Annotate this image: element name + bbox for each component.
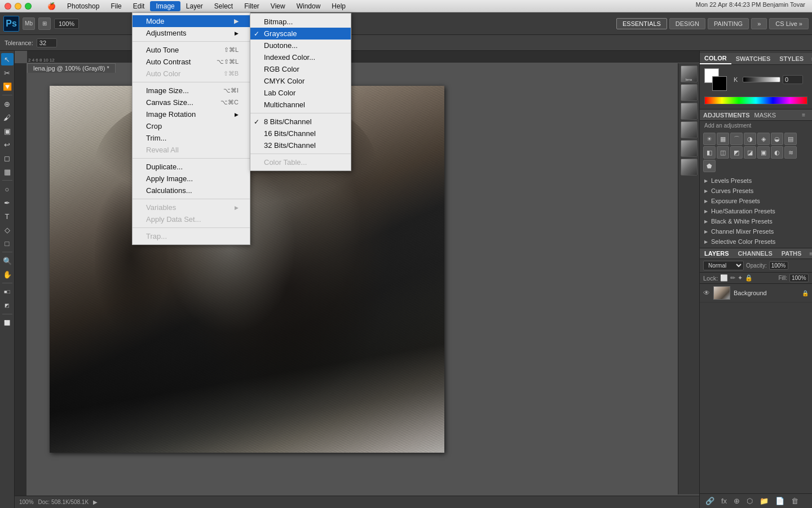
lock-paint-icon[interactable]: ✏ <box>730 274 735 282</box>
tool-path[interactable]: ◇ <box>1 224 14 236</box>
tool-dodge[interactable]: ○ <box>1 183 14 195</box>
tool-history[interactable]: ↩ <box>1 138 14 151</box>
minimize-button[interactable] <box>15 3 21 10</box>
layers-adj-btn[interactable]: ⬡ <box>744 496 755 506</box>
tab-swatches[interactable]: SWATCHES <box>731 54 775 64</box>
preset-hue-sat[interactable]: ▶ Hue/Saturation Presets <box>700 206 812 216</box>
adj-exposure[interactable]: ◑ <box>744 133 756 145</box>
mode-multichannel[interactable]: Multichannel <box>250 99 351 111</box>
ws-cs-live[interactable]: CS Live » <box>769 18 809 29</box>
mode-32bit[interactable]: 32 Bits/Channel <box>250 139 351 151</box>
layers-link-btn[interactable]: 🔗 <box>703 496 717 506</box>
maximize-button[interactable] <box>25 3 32 10</box>
layer-background[interactable]: 👁 Background 🔒 <box>700 284 812 303</box>
layer-visibility-eye[interactable]: 👁 <box>703 289 710 297</box>
adj-posterize[interactable]: ▣ <box>757 146 770 159</box>
k-value-input[interactable] <box>783 75 803 84</box>
menu-view[interactable]: View <box>265 1 291 11</box>
menu-image[interactable]: Image <box>150 1 180 11</box>
lock-pixel-icon[interactable]: ⬜ <box>720 274 728 282</box>
lock-all-icon[interactable]: 🔒 <box>745 274 753 282</box>
adj-invert[interactable]: ◪ <box>744 146 756 159</box>
ws-design[interactable]: DESIGN <box>669 18 705 29</box>
menu-item-auto-contrast[interactable]: Auto Contrast ⌥⇧⌘L <box>133 56 250 68</box>
tool-eyedrop[interactable]: 🔽 <box>1 80 14 93</box>
fill-input[interactable] <box>789 274 809 282</box>
tab-paths[interactable]: PATHS <box>777 248 806 259</box>
preset-bw[interactable]: ▶ Black & White Presets <box>700 216 812 226</box>
preset-channel-mixer[interactable]: ▶ Channel Mixer Presets <box>700 226 812 237</box>
tool-brush[interactable]: 🖌 <box>1 111 14 124</box>
adj-photo-filt[interactable]: ◫ <box>717 146 729 159</box>
tolerance-input[interactable] <box>37 38 57 47</box>
adj-channel-mix[interactable]: ◩ <box>730 146 743 159</box>
color-panel-expand[interactable]: ≡ <box>808 55 812 63</box>
mode-rgb[interactable]: RGB Color <box>250 63 351 75</box>
menu-item-adjustments[interactable]: Adjustments <box>133 27 250 39</box>
thumb-2[interactable] <box>681 84 698 101</box>
mode-duotone[interactable]: Duotone... <box>250 40 351 51</box>
tab-styles[interactable]: STYLES <box>775 54 808 64</box>
menu-filter[interactable]: Filter <box>239 1 265 11</box>
masks-tab[interactable]: MASKS <box>754 112 776 119</box>
adj-gradient-map[interactable]: ≋ <box>784 146 797 159</box>
tool-hand[interactable]: ✋ <box>1 268 14 281</box>
tool-stamp[interactable]: ▣ <box>1 125 14 137</box>
layers-new-btn[interactable]: 📄 <box>773 496 787 506</box>
menu-photoshop[interactable]: Photoshop <box>61 1 105 11</box>
menu-item-canvas-size[interactable]: Canvas Size... ⌥⌘C <box>133 97 250 108</box>
thumb-4[interactable] <box>681 121 698 138</box>
ws-more[interactable]: » <box>751 18 767 29</box>
mini-btn-2[interactable]: ⊞ <box>38 17 51 30</box>
preset-exposure[interactable]: ▶ Exposure Presets <box>700 196 812 206</box>
mode-16bit[interactable]: 16 Bits/Channel <box>250 128 351 139</box>
opacity-input[interactable] <box>769 261 788 270</box>
adj-hue-sat[interactable]: ◒ <box>771 133 783 145</box>
adj-color-bal[interactable]: ▤ <box>784 133 797 145</box>
tab-layers[interactable]: LAYERS <box>700 248 734 259</box>
mini-btn-1[interactable]: Mb <box>23 17 35 30</box>
layers-folder-btn[interactable]: 📁 <box>757 496 771 506</box>
adj-panel-expand[interactable]: ≡ <box>798 111 809 119</box>
tool-fg-bg[interactable]: ■□ <box>1 286 14 298</box>
tool-selection[interactable]: ↖ <box>1 53 14 65</box>
preset-levels[interactable]: ▶ Levels Presets <box>700 176 812 186</box>
thumb-3[interactable] <box>681 103 698 120</box>
layers-panel-expand[interactable]: ≡ <box>806 249 812 258</box>
zoom-input[interactable] <box>54 19 79 29</box>
mode-bitmap[interactable]: Bitmap... <box>250 16 351 28</box>
tab-color[interactable]: COLOR <box>700 53 731 64</box>
menu-edit[interactable]: Edit <box>127 1 151 11</box>
tool-zoom[interactable]: 🔍 <box>1 255 14 267</box>
mode-grayscale[interactable]: ✓ Grayscale <box>250 28 351 40</box>
tool-shape[interactable]: □ <box>1 237 14 249</box>
thumb-1[interactable]: lena <box>681 65 698 82</box>
tool-heal[interactable]: ⊕ <box>1 98 14 110</box>
layer-name[interactable]: Background <box>734 290 798 296</box>
adj-selective-color[interactable]: ⬟ <box>703 160 716 172</box>
menu-item-trim[interactable]: Trim... <box>133 132 250 144</box>
tab-channels[interactable]: CHANNELS <box>734 248 777 259</box>
tool-crop[interactable]: ✂ <box>1 67 14 79</box>
arrow-status[interactable]: ▶ <box>93 499 98 505</box>
mode-indexed-color[interactable]: Indexed Color... <box>250 51 351 63</box>
lock-move-icon[interactable]: ✦ <box>738 274 743 282</box>
blend-mode-select[interactable]: Normal Multiply Screen Overlay <box>703 261 744 270</box>
menu-item-mode[interactable]: Mode ▶ Bitmap... ✓ Grayscale Duotone... <box>133 15 250 27</box>
menu-item-auto-tone[interactable]: Auto Tone ⇧⌘L <box>133 44 250 56</box>
menu-window[interactable]: Window <box>291 1 326 11</box>
tool-gradient[interactable]: ▦ <box>1 165 14 178</box>
preset-curves[interactable]: ▶ Curves Presets <box>700 186 812 196</box>
adj-curves[interactable]: ⌒ <box>730 133 743 145</box>
thumb-5[interactable] <box>681 140 698 157</box>
menu-apple[interactable]: 🍎 <box>42 1 61 11</box>
mode-lab[interactable]: Lab Color <box>250 87 351 99</box>
adj-threshold[interactable]: ◐ <box>771 146 783 159</box>
adj-bw[interactable]: ◧ <box>703 146 716 159</box>
ws-painting[interactable]: PAINTING <box>708 18 749 29</box>
close-button[interactable] <box>5 3 11 10</box>
tool-eraser[interactable]: ◻ <box>1 152 14 164</box>
menu-layer[interactable]: Layer <box>180 1 209 11</box>
menu-item-image-size[interactable]: Image Size... ⌥⌘I <box>133 85 250 97</box>
layers-mask-btn[interactable]: ⊕ <box>731 496 742 506</box>
